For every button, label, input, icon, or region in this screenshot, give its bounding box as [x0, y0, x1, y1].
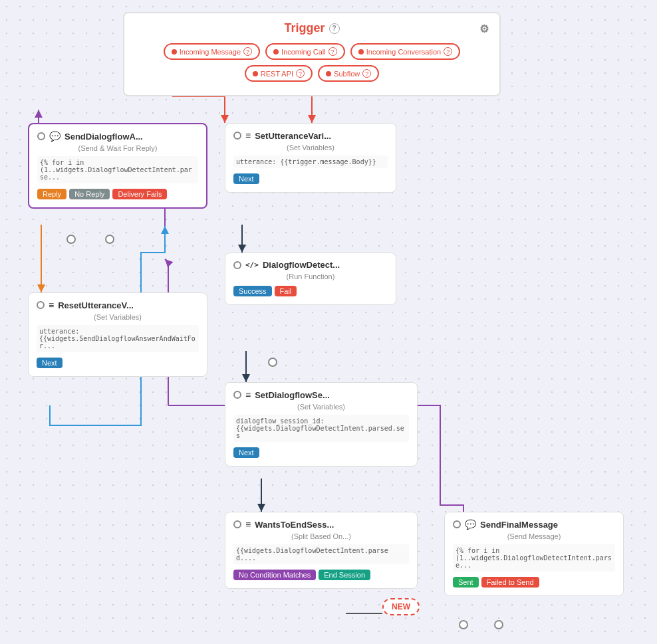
node-sub: (Set Variables): [233, 403, 409, 411]
badge-next[interactable]: Next: [233, 447, 259, 458]
node-badges: Reply No Reply Delivery Fails: [37, 189, 198, 199]
send-dialogflow-node[interactable]: 💬 SendDialogflowA... (Send & Wait For Re…: [28, 123, 207, 209]
send-final-message-node[interactable]: 💬 SendFinalMessage (Send Message) {% for…: [444, 512, 624, 596]
node-type-icon: 💬: [465, 519, 476, 530]
help-icon: ?: [444, 47, 452, 56]
node-type-icon: ≡: [245, 389, 251, 400]
trigger-help-icon: ?: [329, 23, 340, 34]
node-title: SendFinalMessage: [480, 520, 558, 530]
node-code: utterance: {{trigger.message.Body}}: [233, 156, 388, 168]
node-code: {% for i in (1..widgets.DialogflowDetect…: [37, 156, 198, 183]
node-badges-next: Next: [233, 173, 388, 184]
trigger-btn-incoming-call[interactable]: Incoming Call ?: [265, 43, 345, 60]
node-type-icon: ≡: [245, 130, 251, 141]
node-code: dialogflow_session_id: {{widgets.Dialogf…: [233, 415, 409, 442]
node-type-icon: ≡: [245, 519, 251, 530]
node-title: SendDialogflowA...: [65, 132, 143, 142]
node-dot: [233, 520, 241, 528]
help-icon: ?: [243, 47, 252, 56]
node-title: WantsToEndSess...: [255, 520, 334, 530]
dialogflow-detect-node[interactable]: </> DialogflowDetect... (Run Function) S…: [225, 253, 396, 305]
node-code: {% for i in (1..widgets.DialogflowDetect…: [453, 544, 615, 572]
node-sub: (Set Variables): [233, 144, 388, 152]
node-sub: (Set Variables): [37, 313, 199, 321]
trigger-btn-label: REST API: [261, 70, 293, 78]
svg-point-5: [67, 235, 75, 243]
node-dot: [37, 301, 45, 309]
node-badges-next: Next: [233, 447, 409, 458]
badge-end-session[interactable]: End Session: [319, 570, 370, 580]
svg-point-8: [460, 621, 467, 629]
trigger-btn-label: Incoming Call: [281, 48, 326, 56]
node-badges-next: Next: [37, 358, 199, 368]
gear-icon[interactable]: ⚙: [479, 23, 489, 35]
trigger-label: Trigger: [284, 21, 325, 35]
trigger-node: Trigger ? ⚙ Incoming Message ? Incoming …: [123, 12, 501, 96]
node-dot: [233, 391, 241, 399]
badge-delivery-fails[interactable]: Delivery Fails: [112, 189, 167, 199]
node-sub: (Send Message): [453, 532, 615, 540]
trigger-btn-label: Incoming Message: [180, 48, 241, 56]
svg-point-6: [106, 235, 114, 243]
trigger-btn-incoming-message[interactable]: Incoming Message ?: [164, 43, 260, 60]
node-dot: [233, 132, 241, 140]
reset-utterance-node[interactable]: ≡ ResetUtteranceV... (Set Variables) utt…: [28, 292, 207, 377]
node-title: SetUtteranceVari...: [255, 131, 331, 141]
node-type-icon: </>: [245, 261, 259, 269]
node-title: DialogflowDetect...: [263, 260, 340, 270]
trigger-btn-label: Incoming Conversation: [366, 48, 442, 56]
node-badges: Sent Failed to Send: [453, 577, 615, 588]
badge-sent[interactable]: Sent: [453, 577, 479, 588]
help-icon: ?: [362, 69, 371, 78]
svg-point-9: [495, 621, 503, 629]
help-icon: ?: [296, 69, 305, 78]
badge-reply[interactable]: Reply: [37, 189, 66, 199]
node-code: utterance: {{widgets.SendDialogflowAnswe…: [37, 325, 199, 352]
set-utterance-node[interactable]: ≡ SetUtteranceVari... (Set Variables) ut…: [225, 123, 396, 193]
node-sub: (Split Based On...): [233, 532, 409, 540]
badge-no-condition[interactable]: No Condition Matches: [233, 570, 316, 580]
node-dot: [37, 132, 45, 140]
trigger-title: Trigger ? ⚙: [135, 21, 489, 35]
node-sub: (Send & Wait For Reply): [37, 144, 198, 152]
help-icon: ?: [328, 47, 337, 56]
set-dialogflow-se-node[interactable]: ≡ SetDialogflowSe... (Set Variables) dia…: [225, 382, 418, 467]
node-dot: [233, 261, 241, 269]
trigger-btn-label: Subflow: [334, 70, 360, 78]
node-badges: No Condition Matches End Session: [233, 570, 409, 580]
trigger-buttons: Incoming Message ? Incoming Call ? Incom…: [135, 43, 489, 82]
badge-success[interactable]: Success: [233, 286, 272, 296]
wants-to-end-sess-node[interactable]: ≡ WantsToEndSess... (Split Based On...) …: [225, 512, 418, 589]
trigger-btn-rest-api[interactable]: REST API ?: [245, 65, 313, 82]
new-badge[interactable]: NEW: [382, 598, 420, 615]
trigger-btn-incoming-conversation[interactable]: Incoming Conversation ?: [350, 43, 461, 60]
node-type-icon: 💬: [49, 131, 61, 142]
node-badges: Success Fail: [233, 286, 388, 296]
node-title: SetDialogflowSe...: [255, 390, 330, 400]
trigger-btn-subflow[interactable]: Subflow ?: [318, 65, 379, 82]
badge-no-reply[interactable]: No Reply: [69, 189, 110, 199]
node-code: {{widgets.DialogflowDetectIntent.parsed.…: [233, 544, 409, 564]
badge-next[interactable]: Next: [37, 358, 63, 368]
node-dot: [453, 520, 461, 528]
badge-failed-to-send[interactable]: Failed to Send: [481, 577, 539, 588]
svg-point-7: [269, 358, 277, 366]
badge-fail[interactable]: Fail: [275, 286, 297, 296]
node-title: ResetUtteranceV...: [58, 300, 134, 310]
node-sub: (Run Function): [233, 272, 388, 280]
badge-next[interactable]: Next: [233, 173, 259, 184]
node-type-icon: ≡: [49, 300, 54, 310]
